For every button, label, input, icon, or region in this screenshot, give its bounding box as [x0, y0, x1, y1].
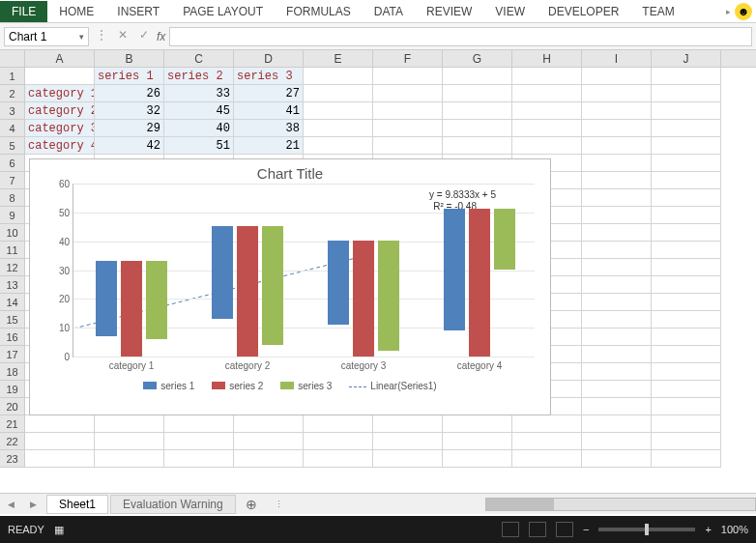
cell[interactable]	[25, 433, 95, 450]
cell[interactable]: 42	[95, 137, 164, 155]
legend-item[interactable]: series 3	[280, 381, 332, 391]
tab-team[interactable]: TEAM	[630, 1, 685, 22]
cell[interactable]	[443, 102, 512, 120]
cell[interactable]: 32	[95, 102, 164, 120]
sheet-tab[interactable]: Evaluation Warning	[110, 495, 236, 514]
cell[interactable]	[304, 68, 373, 85]
cell[interactable]	[582, 68, 652, 85]
legend-item[interactable]: series 2	[212, 381, 263, 391]
cell[interactable]	[652, 102, 721, 120]
cell[interactable]	[652, 381, 721, 398]
cell[interactable]	[582, 450, 652, 468]
cell[interactable]	[582, 415, 652, 433]
cell[interactable]	[582, 346, 652, 363]
row-header[interactable]: 2	[0, 85, 24, 102]
zoom-thumb[interactable]	[645, 524, 649, 535]
col-header[interactable]: E	[304, 50, 373, 67]
cell[interactable]	[582, 398, 652, 415]
chart-title[interactable]: Chart Title	[30, 159, 550, 184]
row-header[interactable]: 10	[0, 224, 24, 242]
cell[interactable]	[652, 433, 721, 450]
tab-formulas[interactable]: FORMULAS	[275, 1, 363, 22]
cell[interactable]	[373, 85, 443, 102]
cell[interactable]	[443, 415, 512, 433]
bar[interactable]	[353, 241, 374, 357]
cell[interactable]	[582, 311, 652, 329]
row-header[interactable]: 22	[0, 433, 24, 450]
cell[interactable]	[443, 120, 512, 137]
cell[interactable]	[512, 415, 582, 433]
fx-icon[interactable]: fx	[157, 30, 165, 43]
cell[interactable]: category 3	[25, 120, 95, 137]
row-header[interactable]: 7	[0, 172, 24, 189]
cell[interactable]	[582, 172, 652, 189]
cell[interactable]	[443, 68, 512, 85]
row-header[interactable]: 12	[0, 259, 24, 276]
collapse-ribbon-icon[interactable]: ▸	[726, 7, 731, 16]
col-header[interactable]: C	[164, 50, 234, 67]
cell[interactable]	[443, 85, 512, 102]
bar[interactable]	[96, 261, 117, 336]
col-header[interactable]: J	[652, 50, 721, 67]
bar[interactable]	[121, 261, 142, 357]
cell[interactable]: series 1	[95, 68, 164, 85]
sheet-nav-next-icon[interactable]: ▶	[22, 500, 44, 509]
tab-home[interactable]: HOME	[47, 1, 105, 22]
cell[interactable]	[512, 120, 582, 137]
cell[interactable]: 51	[164, 137, 234, 155]
cell[interactable]: 26	[95, 85, 164, 102]
cell[interactable]	[304, 85, 373, 102]
cell[interactable]	[373, 137, 443, 155]
row-header[interactable]: 9	[0, 207, 24, 224]
cell[interactable]	[652, 224, 721, 242]
row-header[interactable]: 4	[0, 120, 24, 137]
zoom-in-icon[interactable]: +	[705, 524, 711, 535]
cell[interactable]	[652, 137, 721, 155]
cancel-icon[interactable]: ✕	[114, 28, 131, 45]
cell[interactable]: category 1	[25, 85, 95, 102]
cell[interactable]	[652, 398, 721, 415]
row-header[interactable]: 5	[0, 137, 24, 155]
legend-item[interactable]: Linear(Series1)	[349, 381, 436, 391]
bar[interactable]	[262, 226, 283, 345]
cell[interactable]	[25, 450, 95, 468]
select-all-corner[interactable]	[0, 50, 25, 68]
cell[interactable]	[582, 120, 652, 137]
row-header[interactable]: 8	[0, 189, 24, 207]
bar[interactable]	[237, 226, 258, 357]
chart[interactable]: Chart Title y = 9.8333x + 5 R² = -0.48 0…	[29, 158, 551, 415]
cell[interactable]	[582, 189, 652, 207]
row-header[interactable]: 11	[0, 242, 24, 259]
cell[interactable]	[652, 346, 721, 363]
cell[interactable]	[652, 363, 721, 381]
cell[interactable]	[373, 102, 443, 120]
cell[interactable]	[652, 415, 721, 433]
row-header[interactable]: 13	[0, 276, 24, 294]
cell[interactable]	[304, 433, 373, 450]
col-header[interactable]: F	[373, 50, 443, 67]
tab-view[interactable]: VIEW	[483, 1, 537, 22]
cell[interactable]	[512, 85, 582, 102]
row-header[interactable]: 17	[0, 346, 24, 363]
cell[interactable]: 45	[164, 102, 234, 120]
cell[interactable]	[234, 415, 304, 433]
cell[interactable]	[373, 120, 443, 137]
tab-data[interactable]: DATA	[363, 1, 415, 22]
tab-insert[interactable]: INSERT	[105, 1, 171, 22]
cell[interactable]	[304, 137, 373, 155]
bar[interactable]	[378, 241, 399, 351]
row-header[interactable]: 23	[0, 450, 24, 468]
cell[interactable]	[443, 433, 512, 450]
zoom-out-icon[interactable]: −	[583, 524, 589, 535]
cell[interactable]	[652, 85, 721, 102]
chart-plot-area[interactable]: y = 9.8333x + 5 R² = -0.48 0102030405060…	[73, 184, 535, 357]
cell[interactable]	[164, 450, 234, 468]
cell[interactable]	[582, 433, 652, 450]
cell[interactable]	[582, 207, 652, 224]
row-header[interactable]: 20	[0, 398, 24, 415]
cell[interactable]: 29	[95, 120, 164, 137]
cell[interactable]: 21	[234, 137, 304, 155]
bar[interactable]	[212, 226, 233, 319]
row-header[interactable]: 18	[0, 363, 24, 381]
add-sheet-icon[interactable]: ⊕	[236, 497, 267, 512]
